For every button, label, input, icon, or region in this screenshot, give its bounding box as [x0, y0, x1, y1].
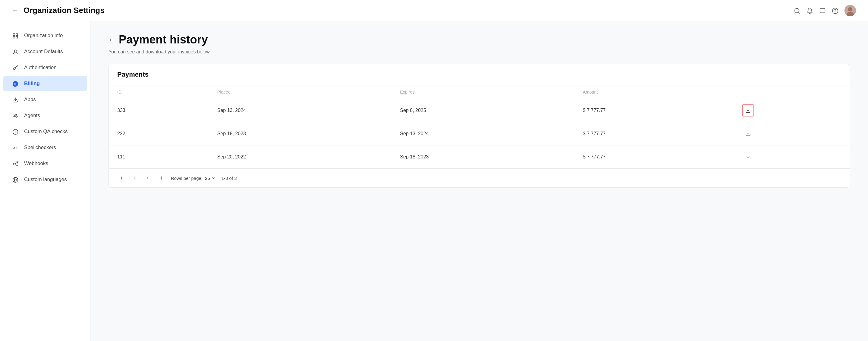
cell-expires: Sep 8, 2025 [392, 99, 575, 122]
cell-amount: $ 7 777.77 [575, 122, 734, 145]
cell-expires: Sep 13, 2024 [392, 122, 575, 145]
page-title: Payment history [119, 33, 208, 46]
chat-icon[interactable] [819, 7, 826, 15]
page-subtitle: You can see and download your invoices b… [108, 49, 850, 55]
sidebar-item-authentication[interactable]: Authentication [3, 60, 87, 75]
dollar-icon: $ [11, 80, 19, 87]
sidebar: Organization info Account Defaults Authe… [0, 21, 90, 341]
cell-action [734, 122, 849, 145]
sidebar-item-agents[interactable]: Agents [3, 108, 87, 123]
sidebar-item-org-info[interactable]: Organization info [3, 28, 87, 43]
svg-point-26 [17, 165, 18, 166]
bell-icon[interactable] [807, 7, 813, 15]
sidebar-item-billing[interactable]: $ Billing [3, 76, 87, 91]
rows-per-page-select[interactable]: 25 [205, 176, 216, 181]
cell-placed: Sep 13, 2024 [209, 99, 392, 122]
cell-expires: Sep 18, 2023 [392, 145, 575, 169]
svg-point-25 [17, 162, 18, 162]
grid-icon [11, 32, 19, 39]
download-icon [11, 96, 19, 103]
webhook-icon [11, 160, 19, 167]
person-gear-icon [11, 48, 19, 55]
card-header: Payments [109, 64, 849, 85]
sidebar-label-authentication: Authentication [24, 64, 57, 70]
payments-table: ID Placed Expires Amount 333Sep 13, 2024… [109, 85, 849, 168]
check-circle-icon [11, 128, 19, 135]
svg-point-5 [848, 7, 852, 11]
app-header: ← Organization Settings [0, 0, 868, 21]
last-page-button[interactable] [155, 173, 165, 183]
table-row: 111Sep 20, 2022Sep 18, 2023$ 7 777.77 [109, 145, 849, 169]
svg-text:A: A [13, 146, 16, 150]
sidebar-label-apps: Apps [24, 96, 36, 103]
sidebar-item-custom-qa[interactable]: Custom QA checks [3, 124, 87, 139]
svg-text:$: $ [14, 82, 17, 86]
col-placed: Placed [209, 85, 392, 99]
agents-icon [11, 112, 19, 119]
prev-page-button[interactable] [130, 173, 140, 183]
help-icon[interactable] [832, 7, 838, 15]
next-page-button[interactable] [143, 173, 153, 183]
first-page-button[interactable] [117, 173, 127, 183]
sidebar-item-account-defaults[interactable]: Account Defaults [3, 44, 87, 59]
cell-action [734, 145, 849, 169]
table-row: 333Sep 13, 2024Sep 8, 2025$ 7 777.77 [109, 99, 849, 122]
table-header-row: ID Placed Expires Amount [109, 85, 849, 99]
col-amount: Amount [575, 85, 734, 99]
pagination-row: Rows per page: 25 1-3 of 3 [109, 168, 849, 188]
sidebar-label-spellcheckers: Spellcheckers [24, 145, 56, 150]
download-invoice-button[interactable] [742, 127, 754, 140]
sidebar-item-spellcheckers[interactable]: A Spellcheckers [3, 140, 87, 155]
sidebar-label-custom-languages: Custom languages [24, 176, 67, 182]
sidebar-label-account-defaults: Account Defaults [24, 49, 63, 55]
main-content: ← Payment history You can see and downlo… [90, 21, 868, 341]
svg-rect-8 [16, 33, 18, 35]
download-invoice-button[interactable] [742, 151, 754, 163]
rows-per-page-control: Rows per page: 25 [171, 176, 216, 181]
user-avatar[interactable] [844, 5, 856, 16]
table-row: 222Sep 18, 2023Sep 13, 2024$ 7 777.77 [109, 122, 849, 145]
sidebar-item-apps[interactable]: Apps [3, 92, 87, 107]
sidebar-label-billing: Billing [24, 81, 40, 87]
spell-icon: A [11, 144, 19, 151]
col-id: ID [109, 85, 209, 99]
svg-rect-7 [13, 33, 15, 35]
header-right [794, 5, 856, 16]
cell-placed: Sep 18, 2023 [209, 122, 392, 145]
search-icon[interactable] [794, 7, 801, 15]
header-back-button[interactable]: ← [12, 7, 19, 15]
sidebar-label-org-info: Organization info [24, 33, 63, 39]
payments-card: Payments ID Placed Expires Amount 333Sep… [108, 64, 850, 188]
sidebar-item-custom-languages[interactable]: Custom languages [3, 172, 87, 187]
svg-point-13 [13, 67, 16, 70]
col-actions [734, 85, 849, 99]
page-info: 1-3 of 3 [221, 176, 237, 181]
rows-per-page-label: Rows per page: [171, 176, 203, 181]
sidebar-label-webhooks: Webhooks [24, 161, 48, 167]
globe-icon [11, 176, 19, 183]
svg-rect-10 [16, 36, 18, 38]
svg-point-11 [14, 50, 17, 52]
cell-action [734, 99, 849, 122]
card-title: Payments [117, 70, 149, 78]
page-back-button[interactable]: ← [108, 36, 115, 44]
sidebar-item-webhooks[interactable]: Webhooks [3, 156, 87, 171]
header-title: Organization Settings [24, 6, 104, 15]
col-expires: Expires [392, 85, 575, 99]
cell-id: 222 [109, 122, 209, 145]
page-back-row: ← Payment history [108, 33, 850, 46]
cell-amount: $ 7 777.77 [575, 99, 734, 122]
download-invoice-button[interactable] [742, 105, 754, 116]
svg-point-12 [17, 50, 18, 51]
header-left: ← Organization Settings [12, 6, 794, 15]
cell-amount: $ 7 777.77 [575, 145, 734, 169]
sidebar-label-agents: Agents [24, 113, 40, 119]
svg-point-17 [14, 114, 16, 116]
svg-rect-9 [13, 36, 15, 38]
cell-id: 333 [109, 99, 209, 122]
svg-line-1 [798, 12, 800, 13]
cell-id: 111 [109, 145, 209, 169]
cell-placed: Sep 20, 2022 [209, 145, 392, 169]
rows-per-page-value: 25 [205, 176, 210, 181]
sidebar-label-custom-qa: Custom QA checks [24, 129, 68, 135]
